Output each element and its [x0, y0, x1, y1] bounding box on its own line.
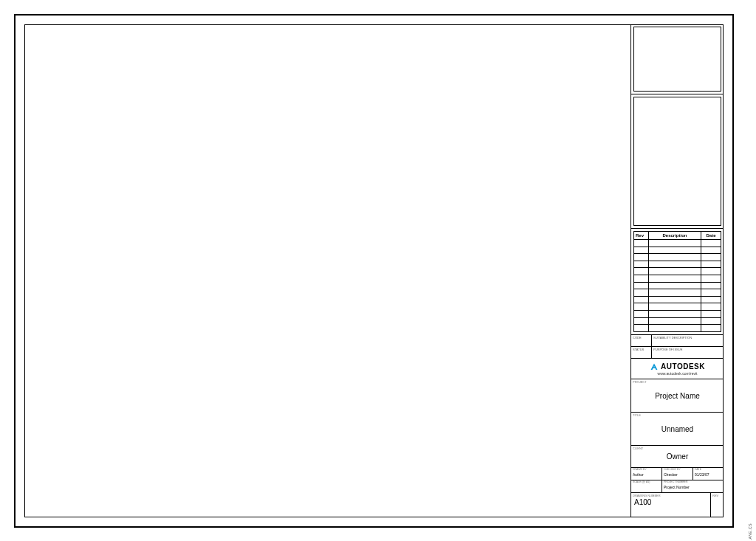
revision-row [634, 240, 721, 247]
title-box: TITLE Unnamed [631, 413, 724, 446]
code-row: CODE SUITABILITY DESCRIPTION [631, 335, 724, 347]
date-cell: DATE 01/23/07 [693, 468, 724, 480]
logo-box: AUTODESK www.autodesk.com/revit [631, 359, 724, 379]
titleblock-box-second [631, 94, 724, 229]
status-label: STATUS [631, 347, 652, 358]
sheet-border-inner: Rev Description Date CODE SUITABILITY DE… [24, 24, 724, 517]
project-box: PROJECT Project Name [631, 379, 724, 413]
drawing-rev-label: REV [711, 493, 724, 498]
rev-header-date: Date [701, 232, 721, 240]
logo-url-text: www.autodesk.com/revit [658, 371, 698, 376]
meta-row-1: DRAWN BY Author CHECKED BY Checker DATE … [631, 468, 724, 480]
drawing-number-label: DRAWING NUMBER [631, 493, 710, 498]
drawn-by-cell: DRAWN BY Author [631, 468, 662, 480]
code-label: CODE [631, 335, 652, 346]
revision-row [634, 297, 721, 304]
rev-header-desc: Description [649, 232, 701, 240]
scale-cell: SCALE (@ A1) [631, 480, 662, 492]
logo-brand-text: AUTODESK [661, 362, 705, 371]
title-block: Rev Description Date CODE SUITABILITY DE… [630, 24, 724, 517]
title-label: TITLE [633, 413, 641, 417]
drawing-rev-value [711, 498, 724, 517]
project-label: PROJECT [633, 380, 647, 384]
client-label: CLIENT [633, 447, 643, 450]
date-value: 01/23/07 [693, 472, 724, 480]
drawing-number-box: DRAWING NUMBER A100 REV [631, 493, 724, 517]
revision-row [634, 275, 721, 283]
revision-row [634, 303, 721, 311]
sheet-border-outer: Rev Description Date CODE SUITABILITY DE… [14, 14, 734, 528]
code-value: SUITABILITY DESCRIPTION [652, 335, 724, 346]
rev-header-rev: Rev [634, 232, 649, 240]
project-name: Project Name [631, 379, 724, 412]
status-value: PURPOSE OF ISSUE [652, 347, 724, 358]
drawing-number: A100 [631, 498, 710, 506]
revision-row [634, 261, 721, 269]
status-row: STATUS PURPOSE OF ISSUE [631, 347, 724, 359]
project-number-value: Project Number [662, 484, 724, 492]
meta-row-2: SCALE (@ A1) PROJECT NUMBER Project Numb… [631, 480, 724, 493]
revision-row [634, 289, 721, 297]
revision-table: Rev Description Date [631, 229, 724, 335]
titleblock-box-top [631, 24, 724, 94]
client-box: CLIENT Owner [631, 446, 724, 468]
revision-row [634, 318, 721, 325]
revision-row [634, 283, 721, 290]
checked-by-value: Checker [662, 472, 693, 480]
scale-value [631, 484, 662, 492]
client-name: Owner [631, 446, 724, 467]
checked-by-cell: CHECKED BY Checker [662, 468, 693, 480]
revision-row [634, 254, 721, 261]
revision-row [634, 268, 721, 275]
side-stamp-text: 04-MARCH-11.ANE.CS [748, 523, 752, 541]
revision-row [634, 311, 721, 318]
sheet-title: Unnamed [631, 413, 724, 445]
autodesk-logo-icon [650, 362, 659, 371]
revision-row [634, 325, 721, 331]
revision-row [634, 247, 721, 255]
project-number-cell: PROJECT NUMBER Project Number [662, 480, 724, 492]
drawn-by-value: Author [631, 472, 662, 480]
